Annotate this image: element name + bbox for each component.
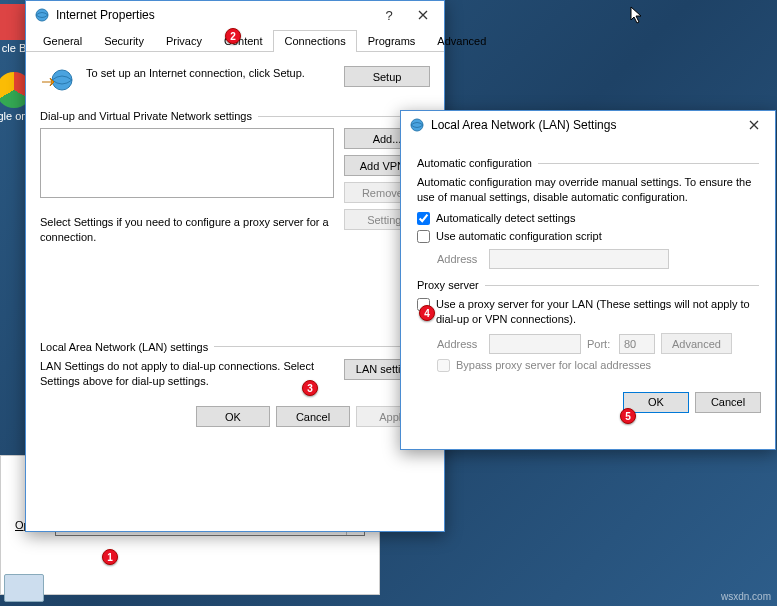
lan-settings-window: Local Area Network (LAN) Settings Automa…: [400, 110, 776, 450]
tab-general[interactable]: General: [32, 30, 93, 52]
dialup-heading: Dial-up and Virtual Private Network sett…: [40, 110, 258, 122]
ok-button[interactable]: OK: [196, 406, 270, 427]
tab-advanced[interactable]: Advanced: [426, 30, 497, 52]
use-proxy-label: Use a proxy server for your LAN (These s…: [436, 297, 759, 327]
proxy-address-label: Address: [437, 338, 483, 350]
svg-point-1: [52, 70, 72, 90]
address-label: Address: [437, 253, 483, 265]
internet-properties-window: Internet Properties ? General Security P…: [25, 0, 445, 532]
bypass-local-label: Bypass proxy server for local addresses: [456, 358, 651, 373]
lan-heading: Local Area Network (LAN) settings: [40, 341, 214, 353]
annotation-marker-5: 5: [620, 408, 636, 424]
tab-programs[interactable]: Programs: [357, 30, 427, 52]
titlebar[interactable]: Internet Properties ?: [26, 1, 444, 29]
window-title: Internet Properties: [56, 8, 372, 22]
auto-config-help: Automatic configuration may override man…: [417, 175, 759, 205]
cursor-icon: [630, 6, 644, 28]
proxy-address-input: [489, 334, 581, 354]
tab-content[interactable]: Content: [213, 30, 274, 52]
auto-script-address-input: [489, 249, 669, 269]
svg-point-0: [36, 9, 48, 21]
window-title: Local Area Network (LAN) Settings: [431, 118, 737, 132]
help-button[interactable]: ?: [372, 4, 406, 26]
proxy-help-text: Select Settings if you need to configure…: [40, 215, 334, 245]
proxy-port-input: [619, 334, 655, 354]
cancel-button[interactable]: Cancel: [276, 406, 350, 427]
annotation-marker-2: 2: [225, 28, 241, 44]
auto-detect-label: Automatically detect settings: [436, 211, 575, 226]
bypass-local-checkbox: [437, 359, 450, 372]
internet-options-icon: [409, 117, 425, 133]
annotation-marker-3: 3: [302, 380, 318, 396]
setup-help-text: To set up an Internet connection, click …: [86, 66, 334, 80]
cancel-button[interactable]: Cancel: [695, 392, 761, 413]
annotation-marker-1: 1: [102, 549, 118, 565]
setup-button[interactable]: Setup: [344, 66, 430, 87]
advanced-button: Advanced: [661, 333, 732, 354]
auto-detect-checkbox[interactable]: [417, 212, 430, 225]
auto-script-checkbox[interactable]: [417, 230, 430, 243]
tab-privacy[interactable]: Privacy: [155, 30, 213, 52]
close-button[interactable]: [737, 114, 771, 136]
proxy-port-label: Port:: [587, 338, 613, 350]
globe-wizard-icon: [40, 66, 76, 98]
proxy-heading: Proxy server: [417, 279, 485, 291]
auto-config-heading: Automatic configuration: [417, 157, 538, 169]
titlebar[interactable]: Local Area Network (LAN) Settings: [401, 111, 775, 139]
taskbar-item[interactable]: [4, 574, 44, 602]
close-button[interactable]: [406, 4, 440, 26]
annotation-marker-4: 4: [419, 305, 435, 321]
svg-point-2: [411, 119, 423, 131]
internet-options-icon: [34, 7, 50, 23]
tab-connections[interactable]: Connections: [273, 30, 356, 52]
auto-script-label: Use automatic configuration script: [436, 229, 602, 244]
tab-security[interactable]: Security: [93, 30, 155, 52]
watermark: wsxdn.com: [721, 591, 771, 602]
lan-help-text: LAN Settings do not apply to dial-up con…: [40, 359, 334, 389]
connections-listbox[interactable]: [40, 128, 334, 198]
